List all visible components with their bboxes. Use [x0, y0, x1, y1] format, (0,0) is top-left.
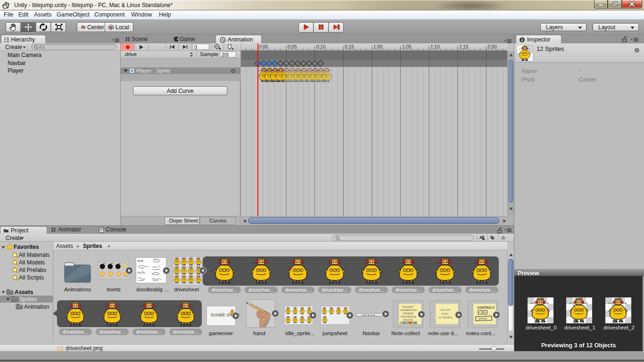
svg-text:INSPIRATION: INSPIRATION: [400, 309, 417, 312]
svg-text:FOR BONUS: FOR BONUS: [401, 315, 416, 318]
svg-text:CONTROLS: CONTROLS: [477, 306, 495, 309]
svg-text:on doodles: on doodles: [438, 316, 452, 319]
svg-text:POINTS: POINTS: [403, 319, 413, 321]
svg-text:SPACE: SPACE: [479, 317, 487, 320]
svg-text:TOKENS: TOKENS: [403, 312, 413, 315]
svg-text:COLLECT: COLLECT: [402, 305, 414, 308]
svg-text:you can: you can: [440, 308, 451, 311]
svg-text:jump: jump: [441, 312, 448, 315]
